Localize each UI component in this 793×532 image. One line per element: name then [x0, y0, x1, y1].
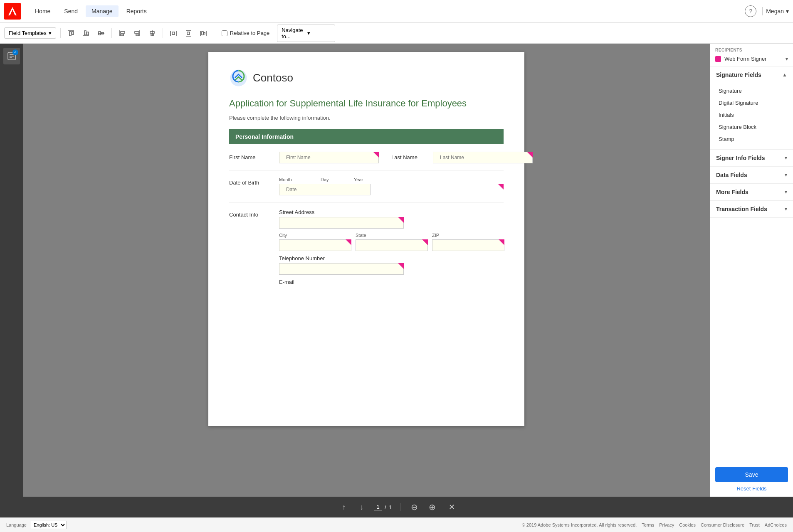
zoom-in-button[interactable]: ⊕: [427, 501, 438, 513]
align-bottom-button[interactable]: [80, 27, 92, 39]
toolbar-separator-4: [214, 28, 214, 38]
distribute-v-button[interactable]: [182, 27, 195, 39]
footer-right: © 2019 Adobe Systems Incorporated. All r…: [522, 522, 787, 527]
svg-rect-25: [187, 32, 190, 34]
state-input[interactable]: [356, 239, 428, 251]
language-label: Language: [6, 522, 27, 527]
street-wrapper: *: [279, 217, 404, 229]
terms-link[interactable]: Terms: [642, 522, 654, 527]
reset-fields-link[interactable]: Reset Fields: [715, 485, 788, 492]
first-name-input[interactable]: [279, 152, 379, 163]
last-name-wrapper: *: [433, 152, 533, 163]
user-chevron-icon: ▾: [786, 8, 789, 15]
first-name-label: First Name: [229, 152, 271, 160]
city-state-zip-group: City * State *: [279, 233, 504, 251]
more-fields-header[interactable]: More Fields ▾: [710, 184, 793, 200]
name-row: First Name * Last Name *: [229, 152, 504, 170]
field-templates-label: Field Templates: [9, 30, 47, 36]
nav-home[interactable]: Home: [29, 5, 56, 17]
svg-rect-13: [121, 34, 124, 36]
svg-rect-12: [121, 32, 125, 33]
consumer-disclosure-link[interactable]: Consumer Disclosure: [701, 522, 744, 527]
last-name-field-marker: [527, 152, 533, 158]
distribute-center-button[interactable]: [197, 27, 210, 39]
email-group: E-mail: [279, 279, 504, 287]
year-sublabel: Year: [354, 177, 379, 182]
stamp-field-item[interactable]: Stamp: [710, 133, 793, 145]
data-fields-chevron-icon: ▾: [785, 172, 787, 178]
privacy-link[interactable]: Privacy: [659, 522, 674, 527]
align-center-button[interactable]: [146, 27, 158, 39]
copyright-text: © 2019 Adobe Systems Incorporated. All r…: [522, 522, 637, 527]
save-button[interactable]: Save: [715, 467, 788, 482]
trust-link[interactable]: Trust: [749, 522, 760, 527]
signature-fields-title: Signature Fields: [716, 71, 761, 78]
recipient-dot: [715, 56, 721, 62]
cookies-link[interactable]: Cookies: [679, 522, 696, 527]
phone-label: Telephone Number: [279, 255, 504, 261]
initials-field-item[interactable]: Initials: [710, 109, 793, 121]
relative-to-page-checkbox-group[interactable]: Relative to Page: [222, 30, 269, 36]
user-menu[interactable]: Megan ▾: [766, 8, 789, 15]
close-button[interactable]: ✕: [449, 502, 455, 512]
city-input[interactable]: [279, 239, 351, 251]
first-name-field-marker: [373, 152, 379, 158]
street-field-marker: [398, 217, 404, 223]
more-fields-section: More Fields ▾: [710, 184, 793, 201]
street-label: Street Address: [279, 209, 504, 215]
total-pages: 1: [389, 504, 392, 510]
navigate-dropdown[interactable]: Navigate to... ▾: [277, 25, 335, 42]
transaction-fields-chevron-icon: ▾: [785, 206, 787, 212]
language-select[interactable]: English: US: [30, 521, 67, 529]
align-middle-button[interactable]: [95, 27, 107, 39]
recipient-item[interactable]: Web Form Signer ▾: [715, 56, 788, 62]
data-fields-header[interactable]: Data Fields ▾: [710, 167, 793, 183]
svg-rect-16: [136, 34, 139, 36]
data-fields-title: Data Fields: [716, 172, 747, 178]
recipients-label: RECIPIENTS: [715, 48, 788, 52]
last-name-input[interactable]: [433, 152, 533, 163]
field-templates-button[interactable]: Field Templates ▾: [4, 27, 56, 39]
align-top-button[interactable]: [65, 27, 77, 39]
current-page[interactable]: 1: [374, 504, 382, 510]
scroll-down-button[interactable]: ↓: [356, 501, 368, 513]
signature-fields-header[interactable]: Signature Fields ▲: [710, 66, 793, 83]
nav-manage[interactable]: Manage: [86, 5, 119, 17]
date-input[interactable]: [279, 184, 371, 195]
transaction-fields-header[interactable]: Transaction Fields ▾: [710, 201, 793, 217]
scroll-up-button[interactable]: ↑: [338, 501, 350, 513]
more-fields-chevron-icon: ▾: [785, 189, 787, 195]
signer-info-section: Signer Info Fields ▾: [710, 150, 793, 167]
distribute-h-button[interactable]: [167, 27, 180, 39]
zip-wrapper: *: [432, 239, 504, 251]
transaction-fields-title: Transaction Fields: [716, 206, 767, 212]
signature-fields-content: Signature Digital Signature Initials Sig…: [710, 83, 793, 149]
document-logo: Contoso: [229, 69, 504, 87]
nav-reports[interactable]: Reports: [121, 5, 153, 17]
street-group: Street Address *: [279, 209, 504, 229]
digital-signature-field-item[interactable]: Digital Signature: [710, 97, 793, 109]
footer-left: Language English: US: [6, 521, 67, 529]
help-button[interactable]: ?: [745, 5, 756, 17]
phone-group: Telephone Number *: [279, 255, 504, 275]
align-right-button[interactable]: [131, 27, 143, 39]
save-area: Save Reset Fields: [710, 462, 793, 497]
signature-field-item[interactable]: Signature: [710, 85, 793, 97]
nav-send[interactable]: Send: [58, 5, 84, 17]
signer-info-header[interactable]: Signer Info Fields ▾: [710, 150, 793, 166]
state-wrapper: *: [356, 239, 428, 251]
contact-label: Contact Info: [229, 209, 271, 218]
street-input[interactable]: [279, 217, 404, 229]
zip-input[interactable]: [432, 239, 504, 251]
phone-input[interactable]: [279, 263, 404, 275]
zoom-out-button[interactable]: ⊖: [409, 501, 420, 513]
field-templates-chevron-icon: ▾: [49, 30, 52, 36]
align-left-button[interactable]: [116, 27, 128, 39]
relative-to-page-checkbox[interactable]: [222, 30, 227, 36]
adchoices-link[interactable]: AdChoices: [765, 522, 787, 527]
data-fields-section: Data Fields ▾: [710, 167, 793, 184]
signature-block-field-item[interactable]: Signature Block: [710, 121, 793, 133]
tool-form-icon[interactable]: ✓: [3, 48, 20, 64]
zip-group: ZIP *: [432, 233, 504, 251]
svg-rect-29: [203, 32, 205, 34]
